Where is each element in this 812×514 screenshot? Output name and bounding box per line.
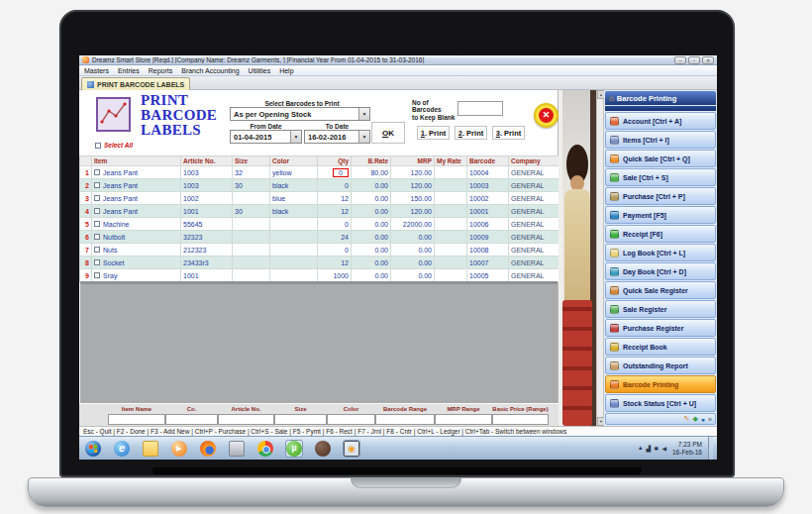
taskbar-clock[interactable]: 7:23 PM 16-Feb-16 xyxy=(669,441,705,456)
filter-input-item-name[interactable] xyxy=(108,414,165,425)
barcode: 10004 xyxy=(467,166,509,179)
utorrent-icon[interactable] xyxy=(286,441,302,457)
chrome-icon[interactable] xyxy=(257,441,273,457)
from-date-picker[interactable]: 01-04-2015 ▼ xyxy=(230,130,302,144)
chevron-down-icon[interactable]: ▼ xyxy=(290,131,301,143)
sidebar-item-payment[interactable]: Payment [F5] xyxy=(605,206,716,224)
row-checkbox[interactable] xyxy=(94,221,100,227)
table-row[interactable]: 8Socket23433r3120.000.0010007GENERAL xyxy=(80,257,559,269)
table-row[interactable]: 6Nutbolt32323240.000.0010009GENERAL xyxy=(80,231,559,244)
internet-explorer-icon[interactable] xyxy=(114,441,130,457)
sidebar-item-barcode-printing[interactable]: Barcode Printing xyxy=(605,375,716,393)
notification-icon[interactable]: ✱ xyxy=(654,445,659,452)
sidebar-item-sale-register[interactable]: Sale Register xyxy=(605,300,716,318)
sidebar-item-purchase[interactable]: Purchase [Ctrl + P] xyxy=(605,187,716,205)
filter-input-mrp-range[interactable] xyxy=(435,414,492,425)
color xyxy=(270,269,318,282)
row-checkbox[interactable] xyxy=(94,247,100,253)
filter-input-article-no[interactable] xyxy=(218,414,274,425)
company: GENERAL xyxy=(509,257,559,269)
sidebar-item-log-book[interactable]: Log Book [Ctrl + L] xyxy=(605,244,716,261)
chevron-down-icon[interactable]: ▼ xyxy=(358,108,369,120)
web-icon[interactable]: ● xyxy=(701,416,705,423)
items-icon xyxy=(610,136,619,145)
log-book-icon xyxy=(610,249,619,257)
filter-input-co[interactable] xyxy=(165,414,218,425)
select-all-control[interactable]: Select All xyxy=(95,142,133,149)
kmplayer-icon[interactable] xyxy=(344,441,359,457)
select-barcodes-dropdown[interactable]: As per Opening Stock ▼ xyxy=(230,107,370,121)
menu-masters[interactable]: Masters xyxy=(84,67,109,74)
more-icon[interactable]: » xyxy=(708,416,712,423)
company: GENERAL xyxy=(509,231,559,244)
table-row[interactable]: 3Jeans Pant1002blue120.00150.0010002GENE… xyxy=(80,192,559,205)
hidden-icons-icon[interactable]: ▲ xyxy=(638,445,644,452)
print-button-1[interactable]: 1. Print xyxy=(417,126,450,140)
sidebar-item-account[interactable]: Account [Ctrl + A] xyxy=(605,112,716,130)
b-rate: 0.00 xyxy=(352,244,391,257)
article-no: 1001 xyxy=(181,205,233,218)
firefox-icon[interactable] xyxy=(200,441,216,457)
my-rate xyxy=(435,231,467,244)
sidebar-item-items[interactable]: Items [Ctrl + I] xyxy=(605,131,716,149)
column-header-qty: Qty xyxy=(318,156,352,166)
filter-input-size[interactable] xyxy=(274,414,327,425)
to-date-picker[interactable]: 16-02-2016 ▼ xyxy=(304,130,370,144)
folder-explorer-icon[interactable] xyxy=(143,441,158,457)
table-row[interactable]: 1Jeans Pant100332yellow080.00120.0010004… xyxy=(80,166,559,179)
row-checkbox[interactable] xyxy=(94,259,100,265)
blank-barcodes-input[interactable] xyxy=(457,101,503,116)
filter-input-basic-price-range[interactable] xyxy=(492,414,549,425)
select-all-checkbox[interactable] xyxy=(95,143,101,149)
chevron-down-icon[interactable]: ▼ xyxy=(358,131,369,143)
vertical-scrollbar[interactable]: ▲ ▼ xyxy=(596,90,604,426)
print-button-2[interactable]: 2. Print xyxy=(455,126,487,140)
sidebar: ⌂ Barcode Printing ············· Account… xyxy=(604,90,717,426)
media-player-icon[interactable] xyxy=(171,441,187,457)
table-row[interactable]: 5Machine5564500.0022000.0010006GENERAL xyxy=(80,218,559,231)
ok-button[interactable]: OK xyxy=(371,122,405,144)
minimize-button[interactable]: – xyxy=(674,56,686,64)
menu-reports[interactable]: Reports xyxy=(149,67,173,74)
menu-help[interactable]: Help xyxy=(279,67,293,74)
table-row[interactable]: 7Nuts21232300.000.0010008GENERAL xyxy=(80,244,559,257)
row-checkbox[interactable] xyxy=(94,272,100,278)
sidebar-item-quick-sale-register[interactable]: Quick Sale Register xyxy=(605,281,716,299)
start-button[interactable] xyxy=(85,441,101,457)
sidebar-item-stock-status[interactable]: Stock Status [Ctrl + U] xyxy=(605,394,716,412)
row-checkbox[interactable] xyxy=(94,208,100,214)
table-row[interactable]: 4Jeans Pant100130black120.00120.0010001G… xyxy=(80,205,559,218)
filter-input-barcode-range[interactable] xyxy=(375,414,435,425)
sidebar-item-purchase-register[interactable]: Purchase Register xyxy=(605,319,716,337)
filter-input-color[interactable] xyxy=(327,414,375,425)
column-header-article-no: Article No. xyxy=(181,156,233,166)
menu-branch-accounting[interactable]: Branch Accounting xyxy=(181,67,239,74)
tab-label: PRINT BARCODE LABELS xyxy=(97,81,184,88)
go-icon[interactable]: ◆ xyxy=(692,415,697,423)
maximize-button[interactable]: ▫ xyxy=(688,56,700,64)
row-checkbox[interactable] xyxy=(94,169,100,175)
close-panel-button[interactable]: ✕ xyxy=(534,103,558,128)
volume-icon[interactable]: ◀ xyxy=(661,445,666,452)
edit-icon[interactable]: ✎ xyxy=(684,415,690,423)
table-row[interactable]: 2Jeans Pant100330black00.00120.0010003GE… xyxy=(80,179,559,192)
table-row[interactable]: 9Sray100110000.000.0010005GENERAL xyxy=(80,269,559,282)
sidebar-item-outstanding-report[interactable]: Outstanding Report xyxy=(605,357,716,374)
print-button-3[interactable]: 3. Print xyxy=(492,126,525,140)
menu-entries[interactable]: Entries xyxy=(118,67,140,74)
sidebar-item-sale[interactable]: Sale [Ctrl + S] xyxy=(605,168,716,186)
tab-print-barcode-labels[interactable]: PRINT BARCODE LABELS xyxy=(81,77,190,90)
row-checkbox[interactable] xyxy=(94,195,100,201)
sidebar-item-receipt-book[interactable]: Receipt Book xyxy=(605,338,716,356)
show-desktop-button[interactable] xyxy=(708,437,713,461)
sidebar-item-day-book[interactable]: Day Book [Ctrl + D] xyxy=(605,262,716,280)
menu-utilities[interactable]: Utilities xyxy=(249,67,271,74)
close-window-button[interactable]: ✕ xyxy=(702,56,714,64)
row-checkbox[interactable] xyxy=(94,234,100,240)
sidebar-item-receipt[interactable]: Receipt [F6] xyxy=(605,225,716,243)
sidebar-item-quick-sale[interactable]: Quick Sale [Ctrl + Q] xyxy=(605,150,716,167)
messenger-icon[interactable] xyxy=(315,441,331,457)
row-checkbox[interactable] xyxy=(94,182,100,188)
network-icon[interactable]: ▟ xyxy=(647,445,652,452)
printer-icon[interactable] xyxy=(229,441,245,457)
